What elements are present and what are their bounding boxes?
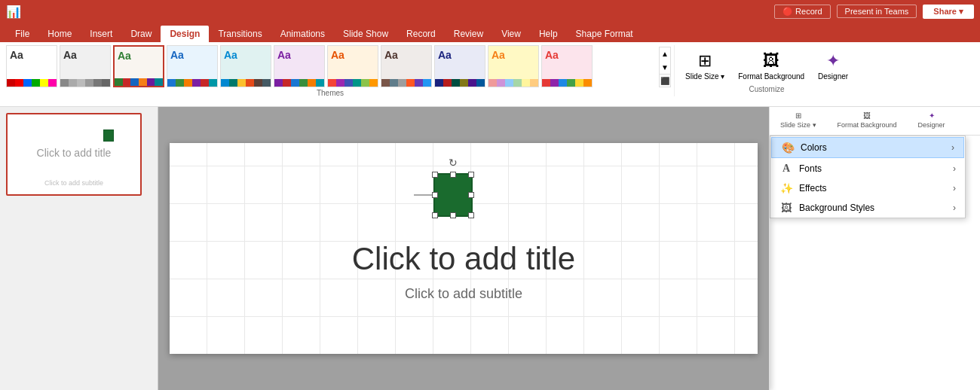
tab-draw[interactable]: Draw: [121, 26, 161, 42]
dropdown-bg-label: Background Styles: [799, 203, 874, 213]
handle-br[interactable]: [468, 212, 474, 218]
slide-subtitle[interactable]: Click to add subtitle: [405, 286, 522, 302]
theme-item-7[interactable]: Aa: [327, 45, 378, 87]
tab-designer[interactable]: ✦ Designer: [908, 107, 956, 135]
slide-thumbnail[interactable]: Click to add title Click to add subtitle: [6, 113, 142, 196]
connector-line: [414, 195, 433, 196]
chevron-right-icon-3: ›: [953, 183, 956, 193]
scroll-down-arrow[interactable]: ▼: [659, 60, 671, 74]
slide-size-button[interactable]: ⊞ Slide Size ▾: [681, 48, 729, 84]
tab-transitions[interactable]: Transitions: [209, 26, 271, 42]
tab-design[interactable]: Design: [161, 26, 209, 42]
handle-bm[interactable]: [450, 212, 456, 218]
ribbon-tabs-bar: File Home Insert Draw Design Transitions…: [0, 23, 980, 42]
record-button[interactable]: 🔴 Record: [774, 5, 831, 19]
handle-tm[interactable]: [450, 172, 456, 178]
theme-item-3[interactable]: Aa: [113, 45, 164, 87]
canvas-area: ↻: [158, 107, 769, 390]
dropdown-item-colors[interactable]: 🎨 Colors ›: [771, 137, 964, 158]
theme-item-4[interactable]: Aa: [167, 45, 218, 87]
dropdown-effects-label: Effects: [799, 183, 826, 193]
dropdown-item-effects[interactable]: ✨ Effects ›: [770, 178, 965, 198]
shape-object[interactable]: [433, 173, 473, 217]
bg-styles-icon: 🖼: [779, 202, 793, 214]
chevron-right-icon-2: ›: [953, 163, 956, 174]
tab-slide-size[interactable]: ⊞ Slide Size ▾: [770, 107, 827, 135]
theme-item-8[interactable]: Aa: [381, 45, 432, 87]
slide-panel: Click to add title Click to add subtitle: [0, 107, 158, 390]
format-bg-icon: 🖼: [863, 111, 871, 120]
slide-size-label: Slide Size ▾: [685, 72, 724, 81]
slide-title[interactable]: Click to add title: [352, 241, 575, 277]
right-pane-tabs: ⊞ Slide Size ▾ 🖼 Format Background ✦ Des…: [770, 107, 980, 136]
slide-canvas: ↻: [170, 143, 758, 354]
chevron-right-icon: ›: [951, 142, 954, 153]
customize-label: Customize: [681, 85, 853, 93]
theme-item-9[interactable]: Aa: [434, 45, 485, 87]
dropdown-fonts-label: Fonts: [799, 163, 822, 174]
tab-shape-format[interactable]: Shape Format: [567, 26, 642, 42]
theme-item-6[interactable]: Aa: [274, 45, 325, 87]
handle-tr[interactable]: [468, 172, 474, 178]
ribbon-content: Aa Aa Aa: [0, 42, 980, 107]
tab-animations[interactable]: Animations: [271, 26, 334, 42]
format-bg-label: Format Background: [738, 72, 804, 81]
theme-item-1[interactable]: Aa: [6, 45, 57, 87]
present-button[interactable]: Present in Teams: [837, 5, 917, 18]
main-area: Click to add title Click to add subtitle…: [0, 107, 980, 390]
right-pane: ⊞ Slide Size ▾ 🖼 Format Background ✦ Des…: [769, 107, 980, 390]
right-pane-content: 🎨 Colors › A Fonts › ✨: [770, 136, 980, 390]
title-bar: 📊 🔴 Record Present in Teams Share ▾: [0, 0, 980, 23]
fonts-icon: A: [779, 163, 793, 175]
shape-container[interactable]: ↻: [433, 173, 473, 219]
theme-item-11[interactable]: Aa: [541, 45, 593, 87]
rotate-handle[interactable]: ↻: [449, 157, 458, 169]
tab-review[interactable]: Review: [445, 26, 492, 42]
designer-icon: ✦: [929, 111, 935, 120]
colors-icon: 🎨: [781, 142, 795, 154]
share-button[interactable]: Share ▾: [923, 5, 974, 19]
dropdown-menu: 🎨 Colors › A Fonts › ✨: [770, 136, 966, 218]
app-icon: 📊: [6, 5, 21, 19]
handle-tl[interactable]: [432, 172, 438, 178]
themes-strip: Aa Aa Aa: [6, 45, 654, 87]
tab-view[interactable]: View: [492, 26, 530, 42]
tab-insert[interactable]: Insert: [81, 26, 121, 42]
handle-ml[interactable]: [432, 192, 438, 198]
theme-item-2[interactable]: Aa: [60, 45, 111, 87]
tab-file[interactable]: File: [6, 26, 38, 42]
tab-home[interactable]: Home: [38, 26, 81, 42]
scroll-expand-arrow[interactable]: ⬛: [659, 74, 671, 87]
tab-record[interactable]: Record: [397, 26, 445, 42]
title-bar-left: 📊: [6, 5, 21, 19]
themes-label: Themes: [6, 89, 654, 97]
dropdown-item-fonts[interactable]: A Fonts ›: [770, 159, 965, 178]
theme-item-5[interactable]: Aa: [220, 45, 271, 87]
designer-icon: ✦: [826, 51, 840, 71]
dropdown-item-bg-styles[interactable]: 🖼 Background Styles ›: [770, 198, 965, 218]
designer-button[interactable]: ✦ Designer: [813, 48, 853, 84]
tab-help[interactable]: Help: [530, 26, 567, 42]
tab-format-bg[interactable]: 🖼 Format Background: [827, 107, 908, 135]
format-background-button[interactable]: 🖼 Format Background: [733, 48, 809, 84]
scroll-up-arrow[interactable]: ▲: [659, 47, 671, 60]
tab-slideshow[interactable]: Slide Show: [334, 26, 397, 42]
dropdown-colors-label: Colors: [801, 142, 827, 153]
title-bar-right: 🔴 Record Present in Teams Share ▾: [774, 5, 974, 19]
slide-size-icon: ⊞: [795, 111, 801, 120]
slide-size-icon: ⊞: [698, 51, 712, 71]
effects-icon: ✨: [779, 182, 793, 194]
theme-item-10[interactable]: Aa: [488, 45, 539, 87]
designer-label: Designer: [818, 72, 848, 81]
handle-mr[interactable]: [468, 192, 474, 198]
handle-bl[interactable]: [432, 212, 438, 218]
chevron-right-icon-4: ›: [953, 203, 956, 213]
format-bg-icon: 🖼: [763, 51, 779, 71]
